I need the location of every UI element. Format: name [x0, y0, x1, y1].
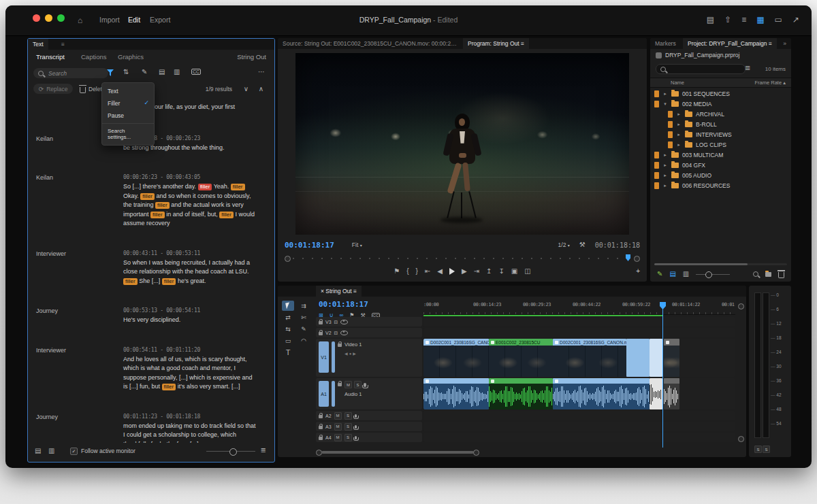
program-timecode[interactable]: 00:01:18:17	[285, 241, 334, 250]
timeline-hscrollbar[interactable]	[316, 450, 479, 454]
project-search-box[interactable]	[656, 64, 746, 74]
go-to-in-icon[interactable]: ⇤	[425, 268, 430, 275]
lock-icon[interactable]	[319, 437, 323, 440]
previous-result-icon[interactable]: ∧	[259, 86, 263, 93]
track-target-v1[interactable]	[332, 341, 335, 373]
filler-tag[interactable]: filler	[140, 193, 155, 200]
track-target-a1[interactable]	[332, 381, 335, 407]
text-panel-tab[interactable]: Text	[28, 39, 48, 50]
pen-tool[interactable]: ✎	[298, 324, 310, 334]
bin-row[interactable]: ▸006 RESOURCES	[650, 180, 791, 190]
audio-clip-selected[interactable]	[489, 378, 553, 409]
transcript-entry[interactable]: Journey 00:00:53:13 - 00:00:54:11 He's v…	[28, 307, 274, 325]
audio-clip[interactable]	[423, 378, 489, 409]
filler-tag[interactable]: filler	[198, 184, 212, 190]
dropdown-item-text[interactable]: Text	[102, 85, 154, 97]
track-header-a2[interactable]: A2MS	[316, 411, 422, 420]
solo-right-button[interactable]: S	[763, 446, 770, 453]
lift-icon[interactable]: ↥	[486, 268, 492, 275]
ripple-edit-tool[interactable]: ⇄	[282, 312, 294, 322]
step-back-icon[interactable]: ◀	[437, 268, 443, 275]
lock-icon[interactable]	[319, 321, 323, 324]
new-bin-icon[interactable]	[765, 272, 771, 277]
mark-out-icon[interactable]: }	[416, 268, 418, 275]
tab-transcript[interactable]: Transcript	[36, 53, 65, 61]
chevron-right-icon[interactable]: ▸	[662, 183, 668, 188]
ai-assistant-icon[interactable]: ▦	[756, 14, 764, 26]
mute-button[interactable]: M	[334, 412, 342, 420]
lane-v3[interactable]	[423, 317, 735, 326]
workspaces-icon[interactable]: ▤	[707, 14, 714, 26]
solo-left-button[interactable]: S	[754, 446, 762, 453]
chevron-right-icon[interactable]: ▸	[662, 163, 668, 168]
keyframe-nav[interactable]: ◀●▶	[345, 351, 362, 356]
mute-button[interactable]: M	[334, 423, 342, 431]
speaker-label-icon[interactable]: ▥	[174, 69, 180, 75]
comparison-view-icon[interactable]: ◫	[524, 268, 530, 275]
solo-button[interactable]: S	[345, 434, 352, 441]
chevron-right-icon[interactable]: ▸	[662, 91, 668, 97]
panel-overflow-icon[interactable]: ⋯	[258, 69, 265, 75]
lane-v1[interactable]: D002C001_230816SG_CANON.mov E001C002_230…	[423, 339, 735, 377]
program-scrubber[interactable]	[285, 254, 640, 263]
track-header-v2[interactable]: V2⊟	[316, 328, 422, 337]
hand-tool[interactable]: ◠	[298, 335, 310, 346]
voiceover-mic-icon[interactable]	[355, 436, 357, 440]
program-video-frame[interactable]	[295, 53, 629, 235]
program-monitor-tab[interactable]: Program: String Out ≡	[463, 38, 529, 49]
solo-button[interactable]: S	[345, 423, 352, 431]
filler-tag[interactable]: filler	[219, 212, 234, 218]
dropdown-item-filler[interactable]: Filler ✓	[102, 97, 154, 110]
lane-a4[interactable]	[423, 433, 735, 442]
timeline-ruler[interactable]: :00:00 00:00:14:23 00:00:29:23 00:00:44:…	[423, 301, 735, 315]
bin-row[interactable]: ▸004 GFX	[650, 160, 791, 170]
project-tab[interactable]: Project: DRYP_Fall_Campaign ≡	[683, 38, 777, 49]
mute-button[interactable]: M	[334, 434, 342, 441]
transcript-entry[interactable]: Interviewer 00:00:43:11 - 00:00:53:11 So…	[28, 250, 274, 286]
timeline-timecode[interactable]: 00:01:18:17	[319, 300, 368, 309]
writable-pencil-icon[interactable]: ✎	[657, 271, 662, 278]
add-marker-icon[interactable]: ⚑	[394, 268, 400, 275]
captions-panel-icon[interactable]: ▭	[775, 14, 782, 26]
mute-button[interactable]: M	[345, 381, 352, 388]
sync-lock-icon[interactable]: ⊟	[334, 331, 338, 335]
trash-icon[interactable]	[778, 272, 784, 278]
text-panel-menu-icon[interactable]: ≡	[57, 39, 69, 50]
replace-button[interactable]: ⟳ Replace	[33, 84, 73, 94]
monitor-settings-icon[interactable]: ⚒	[579, 241, 586, 248]
solo-button[interactable]: S	[345, 412, 352, 420]
markers-tab[interactable]: Markers	[650, 38, 681, 49]
column-frame-rate[interactable]: Frame Rate ▴	[755, 80, 786, 86]
razor-tool[interactable]: ✄	[298, 312, 310, 322]
chevron-right-icon[interactable]: ▸	[676, 132, 682, 137]
fit-dropdown[interactable]: Fit ▾	[352, 241, 362, 248]
transcript-entry[interactable]: Journey 00:01:11:23 - 00:01:18:18 mom en…	[28, 414, 274, 443]
bin-row[interactable]: ▸LOG CLIPS	[650, 139, 791, 150]
track-header-v1[interactable]: V1 Video 1 ◀●▶	[316, 339, 422, 377]
track-header-a1[interactable]: A1 M S Audio 1	[316, 378, 422, 409]
extract-icon[interactable]: ↧	[498, 268, 504, 275]
video-clip[interactable]: D002C001_230816SG_CANON.mov [V]	[553, 339, 626, 377]
voiceover-mic-icon[interactable]	[355, 425, 357, 429]
video-clip-selected[interactable]: E001C002_230815CU	[489, 339, 553, 377]
follow-monitor-checkbox[interactable]: ✓	[70, 448, 78, 455]
workspace-menu-icon[interactable]: ≡	[741, 14, 746, 26]
tab-graphics[interactable]: Graphics	[118, 53, 144, 61]
audio-clip[interactable]	[553, 378, 650, 409]
filler-tag[interactable]: filler	[155, 202, 170, 209]
lock-icon[interactable]	[319, 426, 323, 429]
panel-overflow-icon[interactable]: »	[778, 38, 791, 49]
bin-row[interactable]: ▸ARCHIVAL	[650, 109, 791, 119]
chevron-right-icon[interactable]: ▸	[676, 122, 682, 127]
selection-tool[interactable]	[282, 301, 294, 311]
bin-row[interactable]: ▸001 SEQUENCES	[650, 88, 791, 99]
icon-view-icon[interactable]: ▥	[683, 271, 689, 278]
lane-a2[interactable]	[423, 411, 735, 420]
track-header-v3[interactable]: V3⊟	[316, 317, 422, 326]
track-lanes[interactable]: D002C001_230816SG_CANON.mov E001C002_230…	[423, 317, 735, 448]
lane-a1[interactable]	[423, 378, 735, 409]
bin-row[interactable]: ▾002 MEDIA	[650, 99, 791, 109]
source-patch-a1[interactable]: A1	[319, 381, 329, 407]
search-input[interactable]	[47, 69, 97, 78]
filler-tag[interactable]: filler	[123, 278, 138, 285]
